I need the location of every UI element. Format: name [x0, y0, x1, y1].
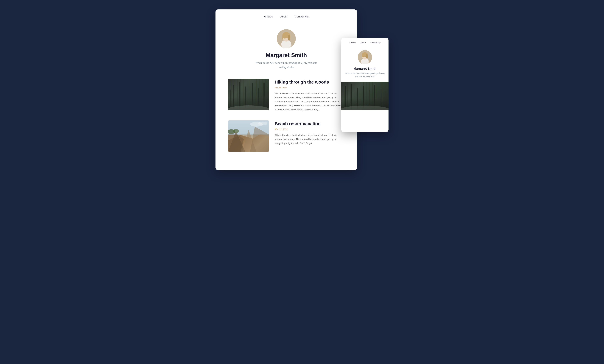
svg-point-38: [362, 57, 364, 58]
secondary-nav-about[interactable]: About: [360, 41, 366, 44]
svg-point-24: [233, 129, 239, 133]
article-item: Beach resort vacation Mar 21, 2022 This …: [228, 120, 344, 152]
main-profile-name: Margaret Smith: [266, 52, 307, 59]
article-image-beach: [228, 120, 269, 152]
svg-point-7: [285, 38, 286, 38]
main-card: Articles About Contact Me: [215, 10, 357, 170]
svg-point-28: [258, 122, 267, 125]
secondary-profile-name: Margaret Smith: [353, 67, 377, 71]
svg-point-37: [365, 56, 366, 57]
beach-svg: [228, 120, 269, 152]
article-content: Hiking through the woods Apr 11, 2022 Th…: [275, 79, 344, 112]
secondary-nav-articles[interactable]: Articles: [349, 41, 356, 44]
secondary-forest-bg: [341, 82, 389, 110]
article-excerpt: This is RichText that includes both exte…: [275, 133, 344, 145]
article-title[interactable]: Hiking through the woods: [275, 79, 344, 85]
secondary-forest-image: [341, 82, 389, 110]
svg-point-9: [283, 38, 285, 40]
main-nav: Articles About Contact Me: [215, 10, 357, 23]
scene: Articles About Contact Me: [215, 10, 389, 170]
secondary-profile-section: Margaret Smith Writer at the New York Ti…: [341, 47, 389, 82]
secondary-card: Articles About Contact Me: [341, 38, 389, 132]
main-profile-bio: Writer at the New York Times spending al…: [253, 61, 319, 69]
secondary-avatar: [358, 50, 372, 64]
article-image-forest: [228, 79, 269, 110]
article-content: Beach resort vacation Mar 21, 2022 This …: [275, 120, 344, 145]
forest-svg: [228, 79, 269, 110]
article-excerpt: This is RichText that includes both exte…: [275, 91, 344, 112]
secondary-nav-contact[interactable]: Contact Me: [370, 41, 380, 44]
article-date: Apr 11, 2022: [275, 86, 344, 89]
forest-image: [228, 79, 269, 110]
svg-point-8: [287, 38, 288, 38]
secondary-forest-svg: [341, 82, 389, 110]
main-nav-about[interactable]: About: [280, 15, 287, 18]
article-item: Hiking through the woods Apr 11, 2022 Th…: [228, 79, 344, 112]
main-articles-list: Hiking through the woods Apr 11, 2022 Th…: [215, 77, 357, 152]
main-avatar: [277, 29, 296, 48]
secondary-profile-bio: Writer at the New York Times spending al…: [345, 72, 385, 78]
article-title[interactable]: Beach resort vacation: [275, 121, 344, 127]
main-nav-contact[interactable]: Contact Me: [295, 15, 309, 18]
main-nav-articles[interactable]: Articles: [264, 15, 273, 18]
svg-point-35: [366, 54, 368, 59]
avatar-image: [277, 29, 296, 48]
main-profile-section: Margaret Smith Writer at the New York Ti…: [215, 23, 357, 77]
svg-point-6: [288, 35, 290, 40]
beach-image: [228, 120, 269, 152]
article-date: Mar 21, 2022: [275, 128, 344, 131]
secondary-avatar-image: [358, 50, 372, 64]
secondary-nav: Articles About Contact Me: [341, 38, 389, 47]
